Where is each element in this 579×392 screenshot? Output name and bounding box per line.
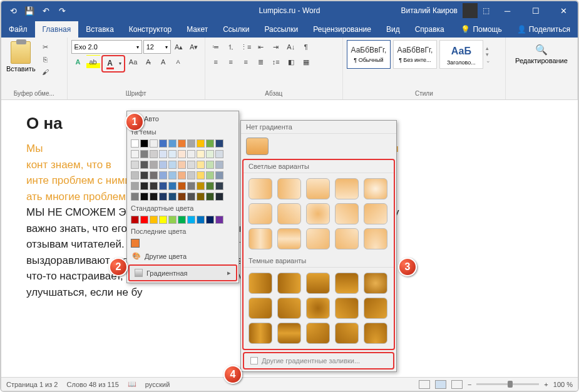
zoom-slider[interactable] bbox=[476, 383, 539, 385]
find-icon[interactable]: 🔍 bbox=[535, 44, 548, 56]
shrink-a-icon[interactable]: A bbox=[172, 55, 185, 69]
font-size-combo[interactable]: 12▾ bbox=[143, 40, 171, 54]
more-colors-item[interactable]: 🎨 Другие цвета bbox=[127, 249, 238, 263]
para-label: Абзац bbox=[209, 89, 339, 98]
grow-a-icon[interactable]: A bbox=[156, 55, 170, 69]
font-name-combo[interactable]: Exo 2.0▾ bbox=[71, 40, 142, 54]
grow-font-icon[interactable]: A▴ bbox=[172, 40, 186, 54]
theme-colors-header: та темы bbox=[127, 126, 238, 138]
callout-2: 2 bbox=[109, 258, 128, 276]
print-layout-icon[interactable] bbox=[435, 380, 446, 389]
zoom-in-icon[interactable]: + bbox=[544, 381, 548, 388]
clipboard-label: Буфер обме... bbox=[5, 89, 63, 98]
tab-home[interactable]: Главная bbox=[35, 21, 79, 38]
style-heading1[interactable]: АаБ Заголово... bbox=[439, 40, 483, 69]
undo-icon[interactable]: ↶ bbox=[39, 4, 53, 18]
callout-3: 3 bbox=[398, 258, 417, 276]
highlight-icon[interactable]: ab bbox=[86, 55, 100, 69]
maximize-button[interactable]: ☐ bbox=[521, 1, 550, 20]
style-nospacing[interactable]: АаБбВвГг, ¶ Без инте... bbox=[393, 40, 437, 69]
edit-label[interactable]: Редактирование bbox=[515, 57, 568, 64]
light-variants-header: Светлые варианты bbox=[243, 160, 394, 173]
recent-colors-header: Последние цвета bbox=[127, 225, 238, 238]
minimize-button[interactable]: ─ bbox=[493, 1, 521, 20]
change-case-icon[interactable]: Aa bbox=[126, 55, 140, 69]
user-avatar[interactable] bbox=[463, 3, 478, 18]
cut-icon[interactable]: ✂ bbox=[39, 41, 52, 53]
shrink-font-icon[interactable]: A▾ bbox=[187, 40, 201, 54]
no-gradient-header: Нет градиента bbox=[241, 121, 396, 134]
status-page[interactable]: Страница 1 из 2 bbox=[6, 381, 58, 388]
tab-design[interactable]: Конструктор bbox=[121, 21, 179, 38]
numbering-icon[interactable]: ⒈ bbox=[224, 40, 238, 54]
styles-down-icon[interactable]: ▾ bbox=[486, 51, 496, 58]
font-color-menu: Авто та темы Стандартные цвета Последние… bbox=[126, 111, 239, 283]
align-left-icon[interactable]: ≡ bbox=[209, 55, 223, 69]
bullets-icon[interactable]: ≔ bbox=[209, 40, 223, 54]
styles-label: Стили bbox=[347, 89, 501, 98]
font-color-dropdown[interactable]: ▾ bbox=[117, 57, 123, 69]
dark-grid[interactable] bbox=[243, 268, 394, 349]
user-name[interactable]: Виталий Каиров bbox=[401, 6, 458, 15]
font-color-button[interactable]: A bbox=[103, 57, 117, 71]
sort-icon[interactable]: A↓ bbox=[284, 40, 298, 54]
no-gradient-swatch[interactable] bbox=[246, 138, 269, 155]
styles-up-icon[interactable]: ▴ bbox=[486, 45, 496, 51]
borders-icon[interactable]: ▦ bbox=[299, 55, 313, 69]
align-right-icon[interactable]: ≡ bbox=[239, 55, 253, 69]
styles-more-icon[interactable]: ⌄ bbox=[486, 58, 496, 64]
callout-1: 1 bbox=[125, 113, 144, 131]
text-effects-icon[interactable]: A bbox=[71, 55, 85, 69]
help-search[interactable]: 💡 Помощь bbox=[453, 21, 509, 38]
read-mode-icon[interactable] bbox=[419, 380, 430, 389]
status-lang[interactable]: русский bbox=[145, 381, 170, 388]
tab-mailings[interactable]: Рассылки bbox=[257, 21, 305, 38]
theme-row1[interactable] bbox=[127, 138, 238, 149]
paste-button[interactable]: Вставить bbox=[5, 40, 37, 89]
share-button[interactable]: 👤 Поделиться bbox=[510, 21, 578, 38]
gradient-item[interactable]: Градиентная bbox=[128, 264, 237, 281]
shading-icon[interactable]: ◧ bbox=[284, 55, 298, 69]
status-spell-icon[interactable]: 📖 bbox=[128, 380, 136, 388]
align-center-icon[interactable]: ≡ bbox=[224, 55, 238, 69]
tab-file[interactable]: Файл bbox=[1, 21, 35, 38]
tab-refs[interactable]: Ссылки bbox=[215, 21, 257, 38]
style-normal[interactable]: АаБбВвГг, ¶ Обычный bbox=[347, 40, 391, 69]
more-gradients-item[interactable]: Другие градиентные заливки... bbox=[243, 352, 394, 369]
web-layout-icon[interactable] bbox=[451, 380, 463, 389]
copy-icon[interactable]: ⎘ bbox=[39, 54, 52, 65]
clipboard-icon bbox=[11, 41, 31, 64]
show-marks-icon[interactable]: ¶ bbox=[299, 40, 313, 54]
zoom-out-icon[interactable]: − bbox=[468, 381, 471, 388]
dark-variants-header: Темные варианты bbox=[243, 254, 394, 268]
light-grid[interactable] bbox=[243, 173, 394, 254]
recent-row[interactable] bbox=[127, 238, 238, 249]
tab-review[interactable]: Рецензирование bbox=[305, 21, 379, 38]
window-title: Lumpics.ru - Word bbox=[259, 6, 320, 15]
tab-layout[interactable]: Макет bbox=[179, 21, 215, 38]
font-label: Шрифт bbox=[71, 89, 201, 98]
clear-format-icon[interactable]: A̶ bbox=[141, 55, 155, 69]
tab-insert[interactable]: Вставка bbox=[78, 21, 121, 38]
redo-icon[interactable]: ↷ bbox=[55, 4, 69, 18]
decrease-indent-icon[interactable]: ⇤ bbox=[254, 40, 268, 54]
autosave-icon[interactable]: ⟲ bbox=[6, 4, 20, 18]
ribbon-options-icon[interactable]: ⬚ bbox=[483, 6, 489, 15]
standard-row[interactable] bbox=[127, 214, 238, 225]
tab-view[interactable]: Вид bbox=[379, 21, 407, 38]
multilevel-icon[interactable]: ⋮≡ bbox=[239, 40, 253, 54]
tab-help[interactable]: Справка bbox=[407, 21, 452, 38]
status-words[interactable]: Слово 48 из 115 bbox=[66, 381, 118, 388]
increase-indent-icon[interactable]: ⇥ bbox=[269, 40, 283, 54]
zoom-value[interactable]: 100 % bbox=[553, 381, 573, 388]
format-painter-icon[interactable]: 🖌 bbox=[39, 66, 52, 78]
line-spacing-icon[interactable]: ↕≡ bbox=[269, 55, 283, 69]
gradient-menu: Нет градиента Светлые варианты Темные ва… bbox=[240, 120, 397, 372]
close-button[interactable]: ✕ bbox=[550, 1, 578, 20]
standard-colors-header: Стандартные цвета bbox=[127, 202, 238, 214]
save-icon[interactable]: 💾 bbox=[23, 4, 36, 18]
callout-4: 4 bbox=[223, 365, 242, 384]
justify-icon[interactable]: ≣ bbox=[254, 55, 268, 69]
